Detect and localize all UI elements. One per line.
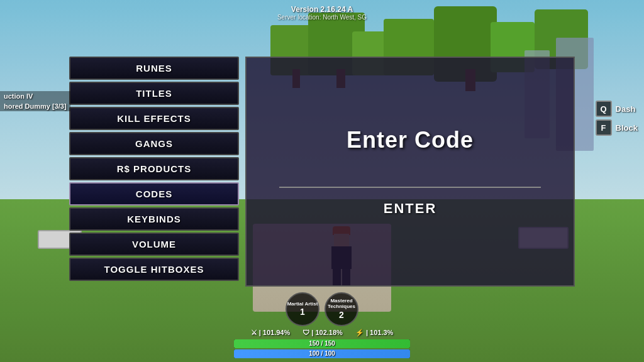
menu-item-keybinds[interactable]: KEYBINDS bbox=[69, 207, 239, 231]
keybinds-panel: Q Dash F Block bbox=[596, 101, 638, 136]
stat-icon: ⚡ bbox=[355, 329, 364, 336]
menu-item-runes[interactable]: RUNES bbox=[69, 57, 239, 80]
menu-item-gangs[interactable]: GANGS bbox=[69, 132, 239, 155]
stat-item: ⚔ | 101.94% bbox=[251, 329, 291, 337]
menu-panel: RUNESTITLESKILL EFFECTSGANGSR$ PRODUCTSC… bbox=[69, 57, 239, 281]
menu-item-kill-effects[interactable]: KILL EFFECTS bbox=[69, 107, 239, 130]
key-box: F bbox=[596, 119, 612, 136]
stats-row: ⚔ | 101.94%🛡 | 102.18%⚡ | 101.3% bbox=[0, 329, 644, 337]
keybind-item: F Block bbox=[596, 119, 638, 136]
bar-green: 150 / 150 bbox=[234, 339, 410, 348]
stat-value: 101.94% bbox=[263, 329, 290, 336]
left-hud: uction IV hored Dummy [3/3] bbox=[0, 91, 70, 111]
stat-icon: 🛡 bbox=[303, 329, 309, 336]
version-label: Version 2.16.24 A bbox=[277, 5, 367, 14]
badge-title: Martial Artist bbox=[287, 302, 318, 307]
version-display: Version 2.16.24 A Server location: North… bbox=[277, 5, 367, 21]
stat-value: 101.3% bbox=[370, 329, 393, 336]
badge-title: Mastered Techniques bbox=[326, 299, 357, 310]
key-label: Dash bbox=[616, 104, 636, 114]
bottom-hud: Martial Artist 1Mastered Techniques 2 ⚔ … bbox=[0, 292, 644, 362]
stat-item: ⚡ | 101.3% bbox=[355, 329, 394, 337]
badge-level: 2 bbox=[339, 310, 344, 320]
code-panel: Enter Code ENTER bbox=[245, 57, 575, 287]
key-label: Block bbox=[616, 123, 638, 133]
hud-line2: hored Dummy [3/3] bbox=[0, 101, 70, 111]
key-box: Q bbox=[596, 101, 612, 117]
badge-level: 1 bbox=[300, 307, 305, 317]
stat-item: 🛡 | 102.18% bbox=[303, 329, 343, 337]
enter-code-button[interactable]: ENTER bbox=[384, 200, 437, 217]
keybind-item: Q Dash bbox=[596, 101, 638, 117]
bars-container: 150 / 150 100 / 100 bbox=[0, 339, 644, 358]
code-input[interactable] bbox=[279, 166, 541, 188]
menu-item-codes[interactable]: CODES bbox=[69, 182, 239, 206]
menu-item-volume[interactable]: VOLUME bbox=[69, 233, 239, 256]
menu-item-titles[interactable]: TITLES bbox=[69, 82, 239, 105]
bar-blue: 100 / 100 bbox=[234, 349, 410, 358]
code-panel-title: Enter Code bbox=[347, 127, 474, 153]
server-location: Server location: North West, SG bbox=[277, 14, 367, 21]
stat-icon: ⚔ bbox=[251, 329, 257, 336]
menu-item-products[interactable]: R$ PRODUCTS bbox=[69, 157, 239, 180]
hud-line1: uction IV bbox=[0, 91, 70, 101]
badge-martial-artist: Martial Artist 1 bbox=[286, 292, 319, 326]
badges-row: Martial Artist 1Mastered Techniques 2 bbox=[0, 292, 644, 326]
stat-value: 102.18% bbox=[315, 329, 342, 336]
bar-label: 150 / 150 bbox=[234, 339, 410, 348]
bar-label: 100 / 100 bbox=[234, 349, 410, 358]
menu-item-toggle-hitboxes[interactable]: TOGGLE HITBOXES bbox=[69, 258, 239, 281]
badge-mastered-techniques: Mastered Techniques 2 bbox=[325, 292, 358, 326]
